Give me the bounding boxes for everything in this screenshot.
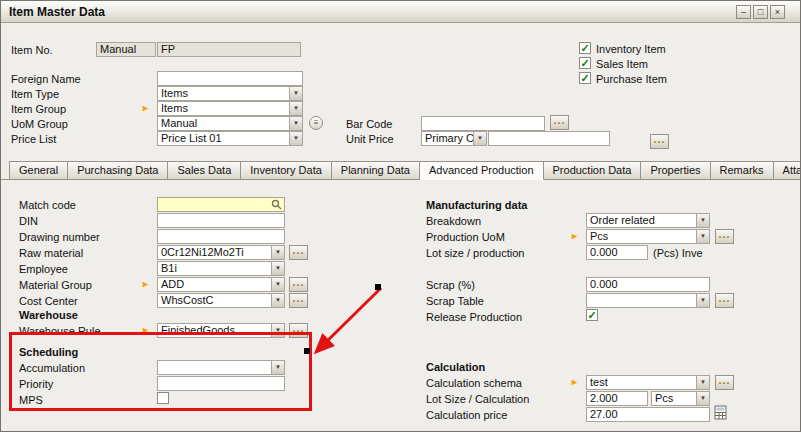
warehouse-section-header: Warehouse xyxy=(19,309,78,321)
item-type-select[interactable]: Items ▼ xyxy=(157,86,303,101)
employee-value: B1i xyxy=(161,262,177,274)
tab-properties[interactable]: Properties xyxy=(641,161,710,180)
accumulation-select[interactable]: ▼ xyxy=(157,360,285,375)
uom-group-label: UoM Group xyxy=(11,118,68,130)
tab-remarks[interactable]: Remarks xyxy=(711,161,774,180)
chevron-down-icon[interactable]: ▼ xyxy=(289,102,302,115)
material-group-select[interactable]: ADD ▼ xyxy=(157,277,285,292)
link-arrow-icon[interactable]: ► xyxy=(141,323,150,338)
scrap-table-select[interactable]: ▼ xyxy=(586,293,710,308)
cost-center-label: Cost Center xyxy=(19,295,78,307)
bar-code-label: Bar Code xyxy=(346,118,392,130)
inventory-item-label: Inventory Item xyxy=(596,43,666,55)
item-no-mode[interactable]: Manual xyxy=(96,42,156,57)
warehouse-rule-select[interactable]: FinishedGoods ▼ xyxy=(157,323,285,338)
chevron-down-icon[interactable]: ▼ xyxy=(696,376,709,389)
chevron-down-icon[interactable]: ▼ xyxy=(696,392,709,405)
price-list-select[interactable]: Price List 01 ▼ xyxy=(157,131,303,146)
bar-code-browse-button[interactable]: ... xyxy=(550,115,569,130)
production-uom-select[interactable]: Pcs ▼ xyxy=(586,229,710,244)
production-uom-browse-button[interactable]: ... xyxy=(715,229,734,244)
calculation-price-input[interactable]: 27.00 xyxy=(586,407,710,422)
chevron-down-icon[interactable]: ▼ xyxy=(696,294,709,307)
tab-general[interactable]: General xyxy=(9,161,68,180)
priority-input[interactable] xyxy=(157,376,285,391)
priority-label: Priority xyxy=(19,378,53,390)
raw-material-browse-button[interactable]: ... xyxy=(289,245,308,260)
chevron-down-icon[interactable]: ▼ xyxy=(696,214,709,227)
breakdown-value: Order related xyxy=(590,214,655,226)
chevron-down-icon[interactable]: ▼ xyxy=(473,132,486,145)
close-button[interactable]: × xyxy=(770,5,785,19)
chevron-down-icon[interactable]: ▼ xyxy=(271,324,284,337)
chevron-down-icon[interactable]: ▼ xyxy=(271,246,284,259)
employee-select[interactable]: B1i ▼ xyxy=(157,261,285,276)
tab-sales-data[interactable]: Sales Data xyxy=(168,161,241,180)
tab-purchasing-data[interactable]: Purchasing Data xyxy=(68,161,168,180)
scrap-table-browse-button[interactable]: ... xyxy=(715,293,734,308)
scrap-table-label: Scrap Table xyxy=(426,295,484,307)
bar-code-input[interactable] xyxy=(421,116,545,131)
calculator-icon[interactable] xyxy=(714,405,728,421)
chevron-down-icon[interactable]: ▼ xyxy=(271,278,284,291)
uom-group-definition-icon[interactable]: ≡ xyxy=(309,116,323,130)
production-uom-label: Production UoM xyxy=(426,231,505,243)
foreign-name-label: Foreign Name xyxy=(11,73,81,85)
foreign-name-input[interactable] xyxy=(157,71,303,86)
breakdown-select[interactable]: Order related ▼ xyxy=(586,213,710,228)
din-input[interactable] xyxy=(157,213,285,228)
calculation-schema-browse-button[interactable]: ... xyxy=(715,375,734,390)
chevron-down-icon[interactable]: ▼ xyxy=(289,87,302,100)
tab-planning-data[interactable]: Planning Data xyxy=(332,161,420,180)
tab-inventory-data[interactable]: Inventory Data xyxy=(241,161,332,180)
sales-item-checkbox[interactable]: ✓ xyxy=(579,57,591,69)
chevron-down-icon[interactable]: ▼ xyxy=(696,230,709,243)
link-arrow-icon[interactable]: ► xyxy=(570,229,579,244)
lot-size-calculation-input[interactable]: 2.000 xyxy=(586,391,648,406)
item-group-select[interactable]: Items ▼ xyxy=(157,101,303,116)
chevron-down-icon[interactable]: ▼ xyxy=(271,294,284,307)
chevron-down-icon[interactable]: ▼ xyxy=(289,132,302,145)
chevron-down-icon[interactable]: ▼ xyxy=(271,262,284,275)
purchase-item-checkbox[interactable]: ✓ xyxy=(579,72,591,84)
tab-advanced-production[interactable]: Advanced Production xyxy=(420,161,544,180)
link-arrow-icon[interactable]: ► xyxy=(141,101,150,116)
raw-material-select[interactable]: 0Cr12Ni12Mo2Ti ▼ xyxy=(157,245,285,260)
inventory-item-checkbox[interactable]: ✓ xyxy=(579,42,591,54)
maximize-button[interactable]: □ xyxy=(753,5,768,19)
lot-size-calculation-uom-select[interactable]: Pcs ▼ xyxy=(651,391,710,406)
calculation-schema-select[interactable]: test ▼ xyxy=(586,375,710,390)
unit-price-input[interactable] xyxy=(488,131,610,146)
cost-center-browse-button[interactable]: ... xyxy=(289,293,308,308)
scheduling-section-header: Scheduling xyxy=(19,346,78,358)
unit-price-browse-button[interactable]: ... xyxy=(650,134,669,149)
link-arrow-icon[interactable]: ► xyxy=(141,277,150,292)
calculation-schema-value: test xyxy=(590,376,608,388)
item-group-label: Item Group xyxy=(11,103,66,115)
mps-checkbox[interactable] xyxy=(157,392,169,404)
link-arrow-icon[interactable]: ► xyxy=(570,375,579,390)
match-code-input[interactable] xyxy=(157,197,285,212)
release-production-checkbox[interactable]: ✓ xyxy=(586,309,598,321)
search-icon[interactable] xyxy=(271,199,282,210)
item-no-label: Item No. xyxy=(11,44,53,56)
scrap-percent-input[interactable]: 0.000 xyxy=(586,277,710,292)
calculation-schema-label: Calculation schema xyxy=(426,377,522,389)
lot-size-production-input[interactable]: 0.000 xyxy=(586,245,648,260)
title-bar[interactable]: Item Master Data xyxy=(1,1,800,23)
chevron-down-icon[interactable]: ▼ xyxy=(289,117,302,130)
tab-attachment[interactable]: Attachment xyxy=(774,161,800,180)
warehouse-rule-browse-button[interactable]: ... xyxy=(289,323,308,338)
tab-bar: General Purchasing Data Sales Data Inven… xyxy=(9,161,800,180)
tab-production-data[interactable]: Production Data xyxy=(544,161,642,180)
minimize-button[interactable]: – xyxy=(736,5,751,19)
calculation-section-header: Calculation xyxy=(426,361,485,373)
item-no-input[interactable]: FP xyxy=(157,42,301,57)
accumulation-label: Accumulation xyxy=(19,362,85,374)
drawing-number-input[interactable] xyxy=(157,229,285,244)
uom-group-select[interactable]: Manual ▼ xyxy=(157,116,303,131)
unit-price-currency-select[interactable]: Primary Curr ▼ xyxy=(421,131,487,146)
material-group-browse-button[interactable]: ... xyxy=(289,277,308,292)
chevron-down-icon[interactable]: ▼ xyxy=(271,361,284,374)
cost-center-select[interactable]: WhsCostC ▼ xyxy=(157,293,285,308)
